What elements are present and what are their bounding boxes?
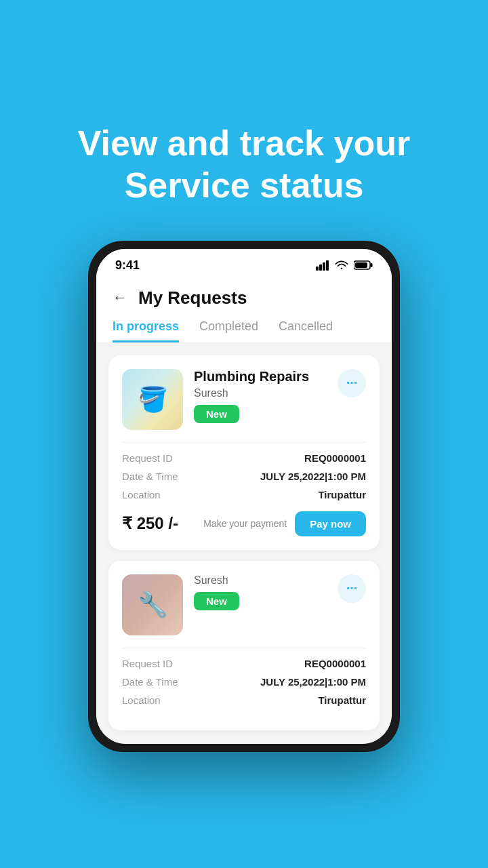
status-bar: 9:41 bbox=[96, 249, 392, 278]
tabs-container: In progress Completed Cancelled bbox=[96, 309, 392, 342]
location-value-2: Tirupattur bbox=[318, 694, 366, 706]
wifi-icon bbox=[335, 260, 348, 271]
svg-rect-0 bbox=[316, 267, 319, 271]
card-1-footer: ₹ 250 /- Make your payment Pay now bbox=[122, 511, 366, 536]
phone-screen: 9:41 bbox=[96, 249, 392, 744]
request-id-label: Request ID bbox=[122, 452, 173, 464]
location-value: Tirupattur bbox=[318, 489, 366, 500]
service-card-2: Suresh New ··· Request ID REQ0000001 Dat… bbox=[108, 561, 380, 730]
tab-in-progress[interactable]: In progress bbox=[113, 319, 179, 342]
card-2-divider bbox=[122, 648, 366, 648]
service-image-1 bbox=[122, 369, 183, 430]
service-provider-1: Suresh bbox=[194, 387, 327, 399]
svg-rect-6 bbox=[355, 262, 367, 268]
service-card-1: Plumbing Repairs Suresh New ··· Request … bbox=[108, 355, 380, 550]
svg-rect-1 bbox=[319, 264, 322, 271]
more-button-2[interactable]: ··· bbox=[338, 574, 366, 603]
location-label: Location bbox=[122, 489, 161, 500]
request-id-value-2: REQ0000001 bbox=[304, 658, 366, 669]
card-1-divider bbox=[122, 442, 366, 443]
more-button-1[interactable]: ··· bbox=[338, 369, 366, 397]
datetime-label: Date & Time bbox=[122, 471, 178, 482]
more-icon-1: ··· bbox=[346, 375, 358, 391]
service-image-2 bbox=[122, 574, 183, 635]
request-id-label-2: Request ID bbox=[122, 658, 173, 669]
screen-bottom bbox=[96, 730, 392, 744]
status-time: 9:41 bbox=[115, 258, 140, 273]
phone-mockup: 9:41 bbox=[88, 241, 400, 752]
card-1-info: Plumbing Repairs Suresh New bbox=[194, 369, 327, 423]
card-2-details: Request ID REQ0000001 Date & Time JULY 2… bbox=[122, 658, 366, 706]
request-id-row: Request ID REQ0000001 bbox=[122, 452, 366, 464]
card-2-info: Suresh New bbox=[194, 574, 327, 610]
headline: View and track your Service status bbox=[37, 122, 451, 207]
back-button[interactable]: ← bbox=[113, 289, 127, 307]
card-1-top: Plumbing Repairs Suresh New ··· bbox=[122, 369, 366, 430]
payment-section-1: Make your payment Pay now bbox=[203, 511, 366, 536]
datetime-label-2: Date & Time bbox=[122, 676, 178, 688]
svg-rect-3 bbox=[326, 260, 329, 271]
datetime-value: JULY 25,2022|1:00 PM bbox=[260, 471, 366, 482]
location-label-2: Location bbox=[122, 694, 161, 706]
card-2-top: Suresh New ··· bbox=[122, 574, 366, 635]
signal-icon bbox=[316, 260, 329, 271]
datetime-row: Date & Time JULY 25,2022|1:00 PM bbox=[122, 471, 366, 482]
headline-line1: View and track your bbox=[78, 123, 410, 163]
svg-rect-5 bbox=[371, 263, 373, 267]
status-badge-2: New bbox=[194, 592, 239, 610]
pay-now-button-1[interactable]: Pay now bbox=[295, 511, 366, 536]
status-badge-1: New bbox=[194, 405, 239, 423]
location-row-2: Location Tirupattur bbox=[122, 694, 366, 706]
svg-rect-2 bbox=[323, 262, 325, 271]
card-1-details: Request ID REQ0000001 Date & Time JULY 2… bbox=[122, 452, 366, 500]
payment-label-1: Make your payment bbox=[203, 518, 287, 529]
location-row: Location Tirupattur bbox=[122, 489, 366, 500]
tab-completed[interactable]: Completed bbox=[199, 319, 258, 342]
status-icons bbox=[316, 260, 373, 271]
request-id-row-2: Request ID REQ0000001 bbox=[122, 658, 366, 669]
tab-cancelled[interactable]: Cancelled bbox=[279, 319, 333, 342]
headline-line2: Service status bbox=[125, 165, 364, 205]
page-title: My Requests bbox=[138, 288, 247, 309]
service-provider-2: Suresh bbox=[194, 574, 327, 587]
price-1: ₹ 250 /- bbox=[122, 514, 178, 533]
app-header: ← My Requests bbox=[96, 278, 392, 309]
datetime-row-2: Date & Time JULY 25,2022|1:00 PM bbox=[122, 676, 366, 688]
content-area: Plumbing Repairs Suresh New ··· Request … bbox=[96, 343, 392, 730]
request-id-value: REQ0000001 bbox=[304, 452, 366, 464]
more-icon-2: ··· bbox=[346, 580, 358, 596]
battery-icon bbox=[354, 260, 373, 271]
service-title-1: Plumbing Repairs bbox=[194, 369, 327, 384]
datetime-value-2: JULY 25,2022|1:00 PM bbox=[260, 676, 366, 688]
